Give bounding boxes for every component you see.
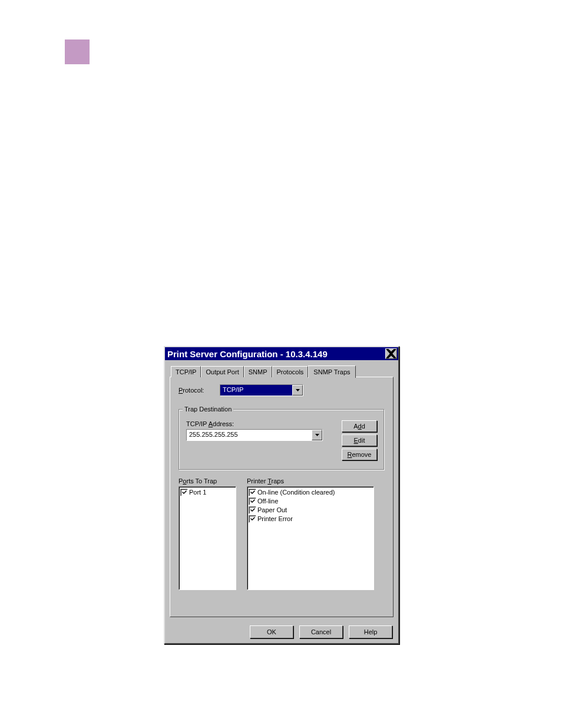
help-button[interactable]: Help: [349, 625, 392, 638]
tab-snmp[interactable]: SNMP: [244, 366, 272, 377]
trap-label: Off-line: [257, 498, 278, 505]
trap-item[interactable]: On-line (Condition cleared): [249, 488, 372, 496]
address-value: 255.255.255.255: [187, 430, 312, 440]
checkbox-checked-icon[interactable]: [249, 515, 256, 523]
trap-label: On-line (Condition cleared): [257, 489, 335, 496]
protocol-dropdown[interactable]: TCP/IP: [220, 384, 303, 396]
port-item[interactable]: Port 1: [180, 488, 234, 496]
ports-to-trap-label: Ports To Trap: [178, 477, 236, 485]
port-label: Port 1: [189, 489, 206, 496]
tab-snmp-traps[interactable]: SNMP Traps: [308, 365, 355, 378]
ok-button[interactable]: OK: [250, 625, 293, 638]
decorative-square: [65, 39, 90, 64]
printer-traps-label: Printer Traps: [247, 477, 374, 485]
trap-destination-group: Trap Destination TCP/IP Address: 255.255…: [178, 409, 385, 470]
checkbox-checked-icon[interactable]: [249, 498, 256, 505]
checkbox-checked-icon[interactable]: [249, 506, 256, 514]
trap-item[interactable]: Paper Out: [249, 506, 372, 514]
ports-to-trap-list[interactable]: Port 1: [178, 486, 236, 590]
protocol-label: Protocol:: [178, 387, 220, 394]
address-dropdown-button[interactable]: [312, 430, 322, 440]
edit-button[interactable]: Edit: [342, 434, 377, 446]
trap-label: Printer Error: [257, 515, 293, 522]
trap-destination-legend: Trap Destination: [183, 406, 233, 413]
cancel-button[interactable]: Cancel: [299, 625, 343, 638]
dialog-button-row: OK Cancel Help: [165, 622, 398, 643]
protocol-dropdown-button[interactable]: [292, 385, 303, 396]
window-title: Print Server Configuration - 10.3.4.149: [167, 349, 385, 359]
print-server-config-dialog: Print Server Configuration - 10.3.4.149 …: [164, 346, 399, 644]
tab-output-port[interactable]: Output Port: [201, 366, 243, 377]
close-button[interactable]: [385, 348, 397, 359]
address-label: TCP/IP Address:: [186, 420, 336, 427]
trap-item[interactable]: Printer Error: [249, 515, 372, 523]
titlebar[interactable]: Print Server Configuration - 10.3.4.149: [165, 347, 398, 360]
tab-panel-snmp-traps: Protocol: TCP/IP Trap Destination TCP/IP…: [170, 377, 394, 617]
remove-button[interactable]: Remove: [342, 449, 377, 460]
tabstrip: TCP/IP Output Port SNMP Protocols SNMP T…: [171, 365, 394, 377]
protocol-value: TCP/IP: [220, 385, 292, 396]
printer-traps-list[interactable]: On-line (Condition cleared) Off-line Pap…: [247, 486, 374, 590]
tab-tcpip[interactable]: TCP/IP: [171, 366, 201, 377]
address-dropdown[interactable]: 255.255.255.255: [186, 429, 323, 441]
checkbox-checked-icon[interactable]: [180, 489, 188, 496]
trap-item[interactable]: Off-line: [249, 497, 372, 505]
add-button[interactable]: Add: [342, 420, 377, 432]
trap-label: Paper Out: [257, 506, 287, 513]
tab-protocols[interactable]: Protocols: [272, 366, 309, 377]
checkbox-checked-icon[interactable]: [249, 489, 256, 496]
